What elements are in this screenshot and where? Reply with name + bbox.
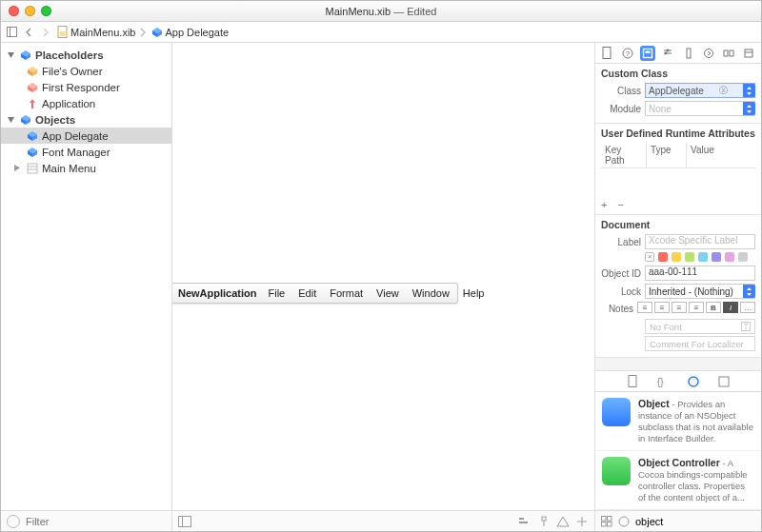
localizer-comment-field[interactable]: Comment For Localizer — [645, 336, 755, 351]
more-chip[interactable]: … — [740, 302, 755, 313]
notes-font-field[interactable]: No Font 🅃 — [645, 319, 755, 334]
connections-inspector-tab[interactable] — [701, 46, 716, 61]
window-title-suffix: — Edited — [393, 6, 436, 17]
notes-style-segmented[interactable]: ≡ ≡ ≡ ≡ B I … — [637, 302, 755, 313]
label-color-swatch[interactable] — [725, 252, 734, 262]
lock-dropdown-arrow-icon[interactable] — [743, 285, 755, 298]
quick-help-tab[interactable]: ? — [620, 46, 635, 61]
library-item[interactable]: Object Controller - A Cocoa bindings-com… — [595, 451, 761, 510]
code-snippet-library-tab[interactable]: {} — [656, 375, 670, 388]
align-right-chip[interactable]: ≡ — [672, 302, 687, 313]
label-color-swatch[interactable] — [672, 252, 681, 262]
align-center-chip[interactable]: ≡ — [654, 302, 670, 313]
class-combobox[interactable]: AppDelegate ⓧ — [645, 83, 755, 98]
bindings-inspector-tab[interactable] — [721, 46, 736, 61]
outline-group-placeholders[interactable]: Placeholders — [1, 47, 171, 63]
class-dropdown-arrow-icon[interactable] — [743, 84, 755, 97]
svg-marker-56 — [747, 92, 752, 95]
resizing-behavior-button[interactable] — [575, 516, 589, 527]
size-inspector-tab[interactable] — [681, 46, 696, 61]
align-justify-chip[interactable]: ≡ — [689, 302, 704, 313]
label-input[interactable]: Xcode Specific Label — [645, 234, 755, 249]
label-color-swatch[interactable] — [698, 252, 708, 262]
close-window-button[interactable] — [9, 6, 19, 16]
section-heading: Custom Class — [601, 68, 755, 79]
titlebar: MainMenu.xib — Edited — [1, 1, 761, 22]
library-item[interactable]: Object - Provides an instance of an NSOb… — [595, 392, 761, 451]
window-title-file: MainMenu.xib — [326, 6, 391, 17]
svg-point-69 — [619, 517, 629, 526]
outline-item-font-manager[interactable]: Font Manager — [1, 144, 171, 160]
outline-filter-input[interactable] — [26, 516, 166, 527]
media-library-tab[interactable] — [717, 375, 731, 388]
svg-marker-17 — [8, 117, 14, 123]
main-menu-bar-preview[interactable]: NewApplication File Edit Format View Win… — [172, 283, 458, 304]
disclosure-triangle-icon[interactable] — [12, 164, 21, 172]
forward-button[interactable] — [39, 26, 52, 39]
pin-tool-button[interactable] — [537, 516, 551, 527]
outline-item-main-menu[interactable]: Main Menu — [1, 160, 171, 176]
label-color-swatch[interactable] — [712, 252, 721, 262]
library-view-mode-button[interactable] — [601, 516, 612, 527]
udra-table-body[interactable] — [601, 168, 755, 199]
svg-rect-51 — [724, 50, 728, 56]
menu-item-format[interactable]: Format — [330, 287, 363, 299]
menu-item-view[interactable]: View — [376, 287, 399, 299]
outline-item-first-responder[interactable]: First Responder — [1, 79, 171, 95]
canvas-body[interactable]: NewApplication File Edit Format View Win… — [172, 43, 594, 510]
outline-item-label: App Delegate — [42, 130, 109, 142]
disclosure-triangle-icon[interactable] — [7, 115, 15, 124]
clear-class-icon[interactable]: ⓧ — [719, 85, 728, 97]
svg-marker-57 — [747, 105, 752, 108]
label-color-swatch[interactable] — [685, 252, 694, 262]
effects-inspector-tab[interactable] — [741, 46, 756, 61]
attributes-inspector-tab[interactable] — [660, 46, 675, 61]
lock-select[interactable]: Inherited - (Nothing) — [645, 284, 755, 299]
library-tabs: {} — [595, 371, 761, 392]
menu-item-edit[interactable]: Edit — [298, 287, 316, 299]
resolve-issues-button[interactable] — [556, 516, 570, 527]
outline-item-app-delegate[interactable]: App Delegate — [1, 128, 171, 144]
label-color-swatch[interactable] — [658, 252, 668, 262]
align-tool-button[interactable] — [518, 516, 531, 527]
jump-bar-file[interactable]: MainMenu.xib — [56, 26, 135, 38]
app-menu-title[interactable]: NewApplication — [178, 287, 257, 299]
italic-chip[interactable]: I — [723, 302, 738, 313]
file-inspector-tab[interactable] — [600, 46, 615, 61]
object-library-list[interactable]: Object - Provides an instance of an NSOb… — [595, 392, 761, 510]
identity-inspector-tab[interactable] — [640, 46, 655, 61]
module-combobox[interactable]: None — [645, 101, 755, 116]
outline-tree[interactable]: Placeholders File's Owner First Responde… — [1, 43, 171, 510]
module-dropdown-arrow-icon[interactable] — [743, 102, 755, 115]
outline-item-files-owner[interactable]: File's Owner — [1, 63, 171, 79]
file-template-library-tab[interactable] — [626, 375, 639, 388]
library-scope-icon[interactable] — [618, 516, 630, 527]
outline-item-application[interactable]: Application — [1, 95, 171, 111]
disclosure-triangle-icon[interactable] — [7, 50, 15, 59]
align-left-chip[interactable]: ≡ — [637, 302, 652, 313]
lock-label: Lock — [601, 286, 641, 297]
jump-bar-object[interactable]: App Delegate — [150, 26, 229, 38]
bold-chip[interactable]: B — [706, 302, 721, 313]
zoom-window-button[interactable] — [41, 6, 51, 16]
files-owner-icon — [26, 65, 38, 77]
show-outline-button[interactable] — [178, 516, 191, 527]
menu-item-window[interactable]: Window — [412, 287, 450, 299]
label-color-chooser[interactable]: × — [645, 252, 755, 262]
object-library-tab[interactable] — [687, 375, 700, 388]
outline-group-objects[interactable]: Objects — [1, 111, 171, 128]
label-color-swatch[interactable] — [738, 252, 748, 262]
minimize-window-button[interactable] — [25, 6, 35, 16]
back-button[interactable] — [22, 26, 35, 39]
label-color-swatch[interactable]: × — [645, 252, 654, 262]
library-item-thumb — [602, 398, 631, 426]
menu-item-file[interactable]: File — [269, 287, 286, 299]
menu-item-help[interactable]: Help — [463, 287, 485, 299]
outline-toggle-button[interactable] — [5, 26, 18, 39]
filter-scope-button[interactable] — [7, 515, 20, 528]
library-item-title: Object Controller — [638, 457, 720, 468]
font-picker-icon[interactable]: 🅃 — [741, 322, 751, 332]
object-cube-icon — [26, 129, 38, 142]
library-filter-input[interactable] — [635, 516, 762, 527]
udra-add-remove-buttons[interactable]: + − — [601, 199, 755, 210]
